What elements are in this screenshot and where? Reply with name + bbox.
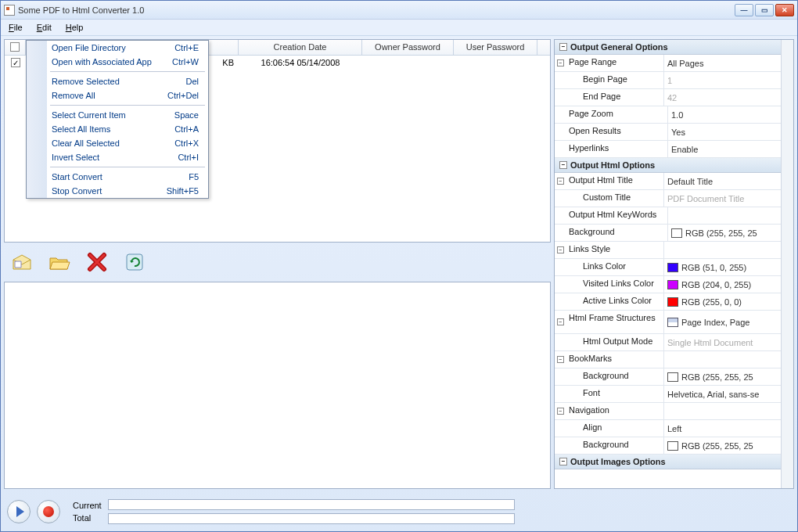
prop-nav-background[interactable]: BackgroundRGB (255, 255, 25 [555, 437, 781, 455]
prop-html-title[interactable]: −Output Html TitleDefault Title [555, 173, 781, 190]
prop-links-style[interactable]: −Links Style [555, 242, 781, 259]
menu-item[interactable]: Select Current ItemSpace [27, 108, 208, 122]
maximize-button[interactable]: ▭ [755, 4, 774, 16]
section-images[interactable]: −Output Images Options [555, 455, 781, 469]
prop-bm-font[interactable]: FontHelvetica, Arial, sans-se [555, 386, 781, 403]
prop-output-mode[interactable]: Html Output ModeSingle Html Document [555, 334, 781, 351]
expand-icon[interactable]: − [557, 178, 564, 185]
expand-icon[interactable]: − [557, 246, 564, 253]
file-table: Creation Date Owner Password User Passwo… [4, 39, 551, 243]
expand-icon[interactable]: − [557, 59, 564, 66]
expand-icon[interactable]: − [557, 408, 564, 415]
minimize-button[interactable]: — [735, 4, 753, 16]
color-swatch [667, 263, 678, 272]
properties-panel: −Output General Options −Page RangeAll P… [554, 39, 794, 489]
menu-item-label: Clear All Selected [52, 138, 120, 148]
section-general[interactable]: −Output General Options [555, 40, 781, 55]
col-size[interactable] [209, 40, 239, 55]
folder-open-icon [48, 252, 71, 272]
col-creation[interactable]: Creation Date [239, 40, 362, 55]
menubar: File Edit Help [1, 20, 797, 36]
prop-navigation[interactable]: −Navigation [555, 403, 781, 420]
left-panel: Creation Date Owner Password User Passwo… [4, 39, 551, 489]
col-check[interactable] [5, 40, 26, 55]
cell-creation: 16:06:54 05/14/2008 [239, 57, 362, 68]
prop-frame-structures[interactable]: −Html Frame StructuresPage Index, Page [555, 311, 781, 334]
prop-end-page[interactable]: End Page42 [555, 89, 781, 106]
bottom-bar: Current Total [1, 492, 797, 531]
prop-visited-color[interactable]: Visited Links ColorRGB (204, 0, 255) [555, 276, 781, 293]
menu-item-shortcut: F5 [189, 172, 199, 182]
refresh-button[interactable] [121, 249, 148, 275]
current-progress [108, 499, 515, 510]
menu-separator [50, 71, 205, 72]
titlebar: Some PDF to Html Converter 1.0 — ▭ ✕ [1, 1, 797, 20]
menu-edit[interactable]: Edit [34, 21, 55, 34]
menu-item[interactable]: Clear All SelectedCtrl+X [27, 136, 208, 150]
content-area: Creation Date Owner Password User Passwo… [1, 36, 797, 492]
close-button[interactable]: ✕ [775, 4, 794, 16]
menu-item[interactable]: Remove AllCtrl+Del [27, 88, 208, 102]
open-folder-button[interactable] [46, 249, 73, 275]
stop-button[interactable] [37, 500, 60, 523]
delete-button[interactable] [84, 249, 110, 275]
menu-item-shortcut: Ctrl+W [172, 57, 199, 66]
menu-item[interactable]: Open with Associated AppCtrl+W [27, 55, 208, 69]
menu-help[interactable]: Help [63, 21, 87, 34]
color-swatch [671, 228, 682, 238]
properties-grid: −Output General Options −Page RangeAll P… [555, 40, 781, 469]
menu-item-label: Remove All [52, 91, 95, 100]
prop-hyperlinks[interactable]: HyperlinksEnable [555, 141, 781, 158]
prop-open-results[interactable]: Open ResultsYes [555, 124, 781, 141]
collapse-icon[interactable]: − [559, 161, 567, 169]
menu-item-shortcut: Ctrl+A [174, 124, 199, 134]
prop-bookmarks[interactable]: −BookMarks [555, 351, 781, 368]
prop-background[interactable]: BackgroundRGB (255, 255, 25 [555, 225, 781, 242]
check-all[interactable] [10, 42, 20, 52]
edit-dropdown-menu: Open File DirectoryCtrl+EOpen with Assoc… [26, 40, 209, 199]
play-icon [16, 506, 24, 517]
prop-page-range[interactable]: −Page RangeAll Pages [555, 55, 781, 72]
prop-custom-title[interactable]: Custom TitlePDF Document Title [555, 190, 781, 207]
menu-item[interactable]: Invert SelectCtrl+I [27, 150, 208, 164]
prop-nav-align[interactable]: AlignLeft [555, 420, 781, 437]
current-label: Current [73, 501, 102, 510]
open-file-button[interactable] [9, 249, 35, 275]
prop-links-color[interactable]: Links ColorRGB (51, 0, 255) [555, 259, 781, 276]
window-title: Some PDF to Html Converter 1.0 [18, 5, 735, 15]
row-checkbox[interactable] [11, 58, 20, 67]
output-log [4, 282, 551, 489]
menu-file[interactable]: File [5, 21, 26, 34]
total-label: Total [73, 513, 102, 523]
menu-item-shortcut: Shift+F5 [167, 186, 199, 196]
prop-begin-page[interactable]: Begin Page1 [555, 72, 781, 89]
collapse-icon[interactable]: − [559, 458, 567, 466]
prop-bm-background[interactable]: BackgroundRGB (255, 255, 25 [555, 368, 781, 386]
menu-item[interactable]: Start ConvertF5 [27, 170, 208, 184]
collapse-icon[interactable]: − [559, 43, 567, 51]
record-icon [43, 506, 54, 517]
menu-item[interactable]: Stop ConvertShift+F5 [27, 184, 208, 198]
menu-item-shortcut: Ctrl+X [174, 138, 199, 148]
prop-keywords[interactable]: Output Html KeyWords [555, 207, 781, 225]
toolbar [4, 246, 551, 279]
menu-item-label: Invert Select [52, 153, 99, 162]
color-swatch [667, 372, 678, 382]
expand-icon[interactable]: − [557, 318, 564, 325]
menu-item[interactable]: Open File DirectoryCtrl+E [27, 41, 208, 55]
menu-item[interactable]: Select All ItemsCtrl+A [27, 122, 208, 136]
app-window: Some PDF to Html Converter 1.0 — ▭ ✕ Fil… [0, 0, 798, 532]
cell-size: KB [209, 57, 239, 68]
section-html[interactable]: −Output Html Options [555, 158, 781, 173]
menu-item-label: Open File Directory [52, 43, 126, 52]
prop-active-color[interactable]: Active Links ColorRGB (255, 0, 0) [555, 293, 781, 311]
start-button[interactable] [7, 500, 31, 523]
menu-item[interactable]: Remove SelectedDel [27, 74, 208, 88]
col-user[interactable]: User Password [454, 40, 537, 55]
menu-item-shortcut: Ctrl+I [178, 153, 199, 162]
menu-separator [50, 167, 205, 167]
expand-icon[interactable]: − [557, 356, 564, 363]
scrollbar[interactable] [781, 40, 793, 488]
prop-page-zoom[interactable]: Page Zoom1.0 [555, 106, 781, 124]
col-owner[interactable]: Owner Password [362, 40, 454, 55]
